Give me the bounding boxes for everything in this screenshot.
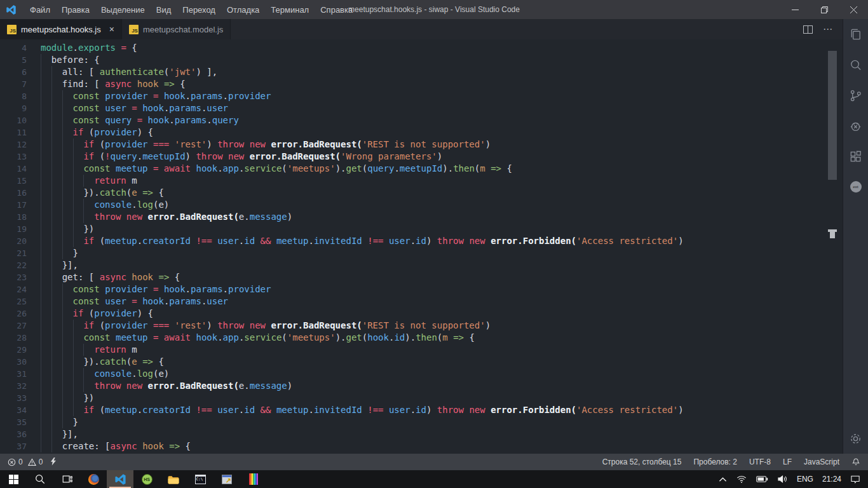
line-number[interactable]: 9 [0,102,27,114]
tab-close-icon[interactable]: × [109,24,114,34]
code-line[interactable]: 7find: [ async hook => { [0,78,843,90]
extension-avatar-icon[interactable]: ext [843,172,868,202]
line-number[interactable]: 12 [0,139,27,151]
code-line[interactable]: 30}).catch(e => { [0,356,843,368]
thunder-icon[interactable] [50,458,57,466]
start-button[interactable] [0,470,27,488]
cursor-position[interactable]: Строка 52, столбец 15 [602,458,682,466]
settings-gear-icon[interactable] [843,423,868,454]
line-number[interactable]: 23 [0,271,27,283]
wifi-button[interactable] [733,470,750,488]
clock[interactable]: 21:24 [820,470,844,488]
code-line[interactable]: 28const meetup = await hook.app.service(… [0,332,843,344]
code-line[interactable]: 34if (meetup.creatorId !== user.id && me… [0,404,843,416]
code-line[interactable]: 16}).catch(e => { [0,187,843,199]
line-number[interactable]: 36 [0,428,27,440]
file-explorer-button[interactable] [160,470,187,488]
line-number[interactable]: 26 [0,308,27,320]
extensions-icon[interactable] [843,141,868,172]
line-number[interactable]: 28 [0,332,27,344]
code-line[interactable]: 13if (!query.meetupId) throw new error.B… [0,151,843,163]
problems-indicator[interactable]: 0 0 [8,458,43,466]
indentation[interactable]: Пробелов: 2 [693,458,737,466]
line-number[interactable]: 30 [0,356,27,368]
tab-meetupschat-hooks[interactable]: JSmeetupschat.hooks.js× [0,19,122,39]
code-editor[interactable]: 4module.exports = {5before: {6all: [ aut… [0,39,843,454]
task-view-button[interactable] [53,470,80,488]
code-line[interactable]: 35} [0,416,843,428]
color-tool-button[interactable] [240,470,267,488]
code-line[interactable]: 22}], [0,259,843,271]
line-number[interactable]: 8 [0,90,27,102]
line-number[interactable]: 34 [0,404,27,416]
close-button[interactable] [839,0,868,19]
code-line[interactable]: 19}) [0,223,843,235]
code-line[interactable]: 25const user = hook.params.user [0,295,843,308]
code-line[interactable]: 31console.log(e) [0,368,843,380]
menu-item-go[interactable]: Переход [177,0,221,19]
code-line[interactable]: 14const meetup = await hook.app.service(… [0,163,843,175]
battery-button[interactable] [754,470,771,488]
debug-icon[interactable] [843,111,868,141]
menu-item-file[interactable]: Файл [24,0,56,19]
notifications-bell-icon[interactable] [851,458,860,466]
action-center-button[interactable] [848,470,863,488]
heidisql-button[interactable]: HS [133,470,160,488]
installer-button[interactable]: ↗ [214,470,240,488]
source-control-icon[interactable] [843,80,868,111]
code-line[interactable]: 29return m [0,344,843,356]
code-line[interactable]: 17console.log(e) [0,199,843,211]
code-line[interactable]: 26if (provider) { [0,308,843,320]
code-line[interactable]: 15return m [0,175,843,187]
menu-item-view[interactable]: Вид [151,0,177,19]
code-line[interactable]: 27if (provider === 'rest') throw new err… [0,320,843,332]
cmd-button[interactable]: C:\ [187,470,214,488]
search-icon[interactable] [843,50,868,80]
line-number[interactable]: 17 [0,199,27,211]
scrollbar-thumb[interactable] [828,51,837,180]
eol-sequence[interactable]: LF [783,458,792,466]
line-number[interactable]: 6 [0,66,27,78]
firefox-button[interactable] [80,470,107,488]
code-line[interactable]: 11if (provider) { [0,126,843,139]
more-actions-icon[interactable]: ⋯ [823,26,832,32]
language-mode[interactable]: JavaScript [804,458,839,466]
line-number[interactable]: 25 [0,295,27,308]
line-number[interactable]: 18 [0,211,27,223]
line-number[interactable]: 22 [0,259,27,271]
code-line[interactable]: 21} [0,247,843,259]
line-number[interactable]: 35 [0,416,27,428]
code-line[interactable]: 6all: [ authenticate('jwt') ], [0,66,843,78]
line-number[interactable]: 32 [0,380,27,392]
code-line[interactable]: 37create: [async hook => { [0,440,843,452]
line-number[interactable]: 15 [0,175,27,187]
line-number[interactable]: 14 [0,163,27,175]
line-number[interactable]: 21 [0,247,27,259]
line-number[interactable]: 20 [0,235,27,247]
split-editor-icon[interactable] [803,25,813,34]
code-line[interactable]: 20if (meetup.creatorId !== user.id && me… [0,235,843,247]
code-line[interactable]: 12if (provider === 'rest') throw new err… [0,139,843,151]
line-number[interactable]: 11 [0,126,27,139]
code-line[interactable]: 8const provider = hook.params.provider [0,90,843,102]
line-number[interactable]: 7 [0,78,27,90]
language-indicator[interactable]: ENG [794,470,816,488]
line-number[interactable]: 10 [0,114,27,126]
menu-item-edit[interactable]: Правка [56,0,95,19]
line-number[interactable]: 13 [0,151,27,163]
code-line[interactable]: 18throw new error.BadRequest(e.message) [0,211,843,223]
minimize-button[interactable] [780,0,810,19]
code-line[interactable]: 23get: [ async hook => { [0,271,843,283]
tray-chevron-button[interactable] [716,470,729,488]
menu-item-terminal[interactable]: Терминал [265,0,315,19]
code-line[interactable]: 33}) [0,392,843,404]
line-number[interactable]: 24 [0,283,27,295]
code-line[interactable]: 24const provider = hook.params.provider [0,283,843,295]
line-number[interactable]: 5 [0,54,27,66]
menu-item-debug[interactable]: Отладка [221,0,265,19]
code-line[interactable]: 32throw new error.BadRequest(e.message) [0,380,843,392]
line-number[interactable]: 37 [0,440,27,452]
code-line[interactable]: 36}], [0,428,843,440]
volume-button[interactable] [775,470,790,488]
vscode-button[interactable] [107,470,133,488]
